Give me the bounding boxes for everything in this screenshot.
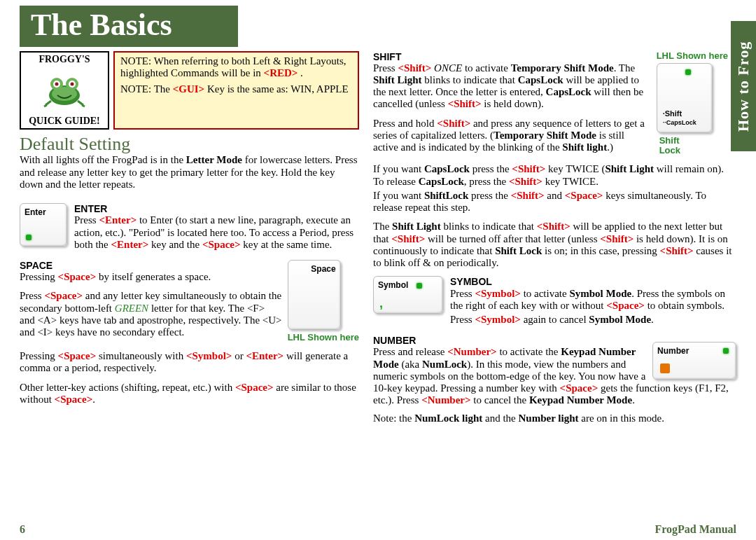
enter-keycap: Enter xyxy=(20,203,67,247)
shift-p4: If you want ShiftLock press the <Shift> … xyxy=(373,190,736,214)
enter-key-label: Enter xyxy=(24,208,62,218)
number-note: Note: the NumLock light and the Number l… xyxy=(373,413,736,424)
content-columns: FROGGY'S QUICK GUIDE! NOTE: When referr xyxy=(20,51,736,427)
quick-guide-row: FROGGY'S QUICK GUIDE! NOTE: When referr xyxy=(20,51,359,130)
enter-para: Press <Enter> to Enter (to start a new l… xyxy=(20,214,359,251)
page-number: 6 xyxy=(20,523,25,536)
note2-c: Key is the same as: WIN, APPLE xyxy=(204,83,349,95)
quick-guide-bottom: QUICK GUIDE! xyxy=(22,116,106,127)
svg-point-7 xyxy=(71,82,74,85)
shift-p5: The Shift Light blinks to indicate that … xyxy=(373,221,736,269)
title-bar: The Basics xyxy=(20,6,238,47)
orange-square-icon xyxy=(660,364,670,373)
green-dot-icon xyxy=(26,235,31,240)
space-p4: Other letter-key actions (shifting, repe… xyxy=(20,382,359,406)
default-heading: Default Setting xyxy=(20,134,359,155)
quick-guide-top: FROGGY'S xyxy=(22,54,106,65)
number-keycap: Number xyxy=(652,342,736,380)
shift-keycap: ·Shift ··CapsLock xyxy=(657,63,713,133)
enter-head: ENTER xyxy=(20,203,359,214)
quick-guide-box: FROGGY'S QUICK GUIDE! xyxy=(20,51,109,130)
space-keycap: Space xyxy=(288,260,341,330)
shift-key-area: LHL Shown here ·Shift ··CapsLock Shift L… xyxy=(657,51,728,157)
enter-section: Enter ENTER Press <Enter> to Enter (to s… xyxy=(20,203,359,253)
space-key-label: Space xyxy=(293,265,336,275)
shift-key-label: ·Shift xyxy=(663,109,682,118)
number-section: Number NUMBER Press and release <Number>… xyxy=(373,335,736,427)
symbol-key-label: Symbol xyxy=(378,280,408,290)
space-lhl: LHL Shown here xyxy=(288,333,359,343)
svg-point-6 xyxy=(55,82,59,85)
space-p3: Pressing <Space> simultaneously with <Sy… xyxy=(20,350,359,375)
symbol-keycap: Symbol , xyxy=(373,276,443,314)
symbol-p2: Press <Symbol> again to cancel Symbol Mo… xyxy=(373,314,736,326)
comma-mark: , xyxy=(379,296,383,311)
green-dot-icon xyxy=(416,283,422,289)
left-column: FROGGY'S QUICK GUIDE! NOTE: When referr xyxy=(20,51,359,427)
note2-red: <GUI> xyxy=(173,83,204,95)
note2-a: NOTE: The xyxy=(120,83,173,95)
shift-p3: If you want CapsLock press the <Shift> k… xyxy=(373,163,736,188)
green-dot-icon xyxy=(685,69,691,75)
shift-key-sub: ··CapsLock xyxy=(663,119,696,126)
frog-icon xyxy=(22,65,106,116)
space-section: Space LHL Shown here SPACE Pressing <Spa… xyxy=(20,260,359,406)
manual-name: FrogPad Manual xyxy=(654,523,736,536)
side-tab-how-to-frog: How to Frog xyxy=(731,21,756,151)
notes-box: NOTE: When referring to both Left & Righ… xyxy=(113,51,359,130)
symbol-section: Symbol , SYMBOL Press <Symbol> to activa… xyxy=(373,276,736,328)
shift-below-label: Shift Lock xyxy=(659,136,728,157)
right-column: LHL Shown here ·Shift ··CapsLock Shift L… xyxy=(373,51,736,427)
shift-lhl: LHL Shown here xyxy=(657,51,728,62)
default-para: With all lights off the FrogPad is in th… xyxy=(20,154,359,191)
note1-a: NOTE: When referring to both Left & Righ… xyxy=(120,55,346,78)
note1-c: . xyxy=(298,67,303,78)
number-key-label: Number xyxy=(657,346,689,356)
shift-section: LHL Shown here ·Shift ··CapsLock Shift L… xyxy=(373,51,736,270)
green-dot-icon xyxy=(723,348,729,354)
footer: 6 FrogPad Manual xyxy=(20,523,736,536)
note1-red: <RED> xyxy=(264,67,298,78)
space-key-area: Space LHL Shown here xyxy=(288,260,359,343)
